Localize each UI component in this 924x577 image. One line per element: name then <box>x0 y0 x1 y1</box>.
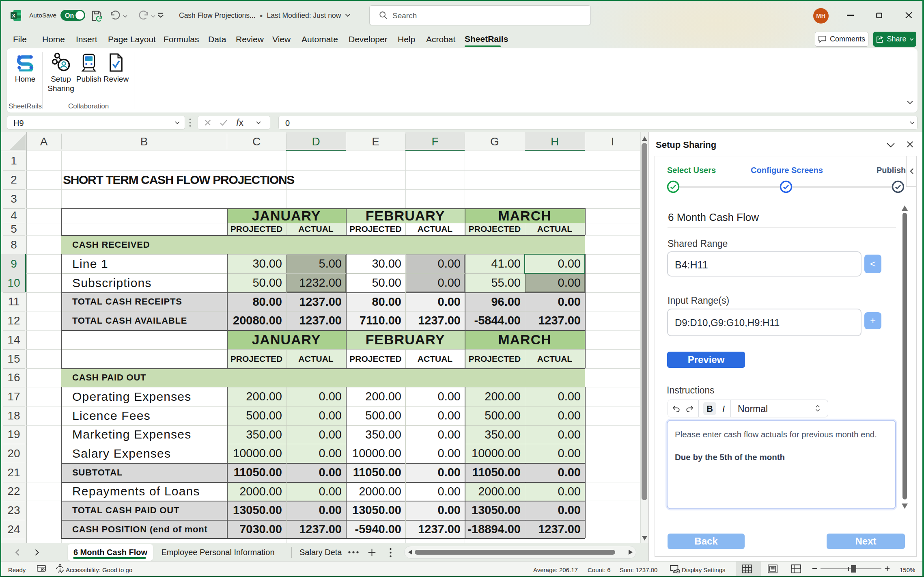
svg-text:X: X <box>12 13 15 19</box>
